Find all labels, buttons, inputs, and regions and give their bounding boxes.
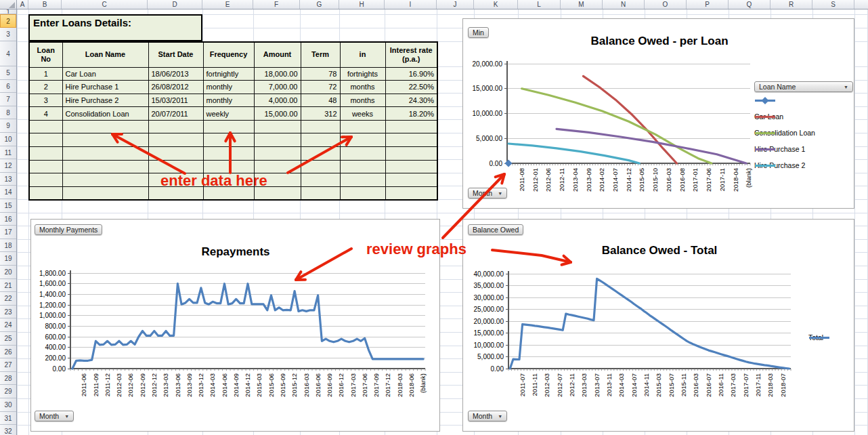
column-header-G[interactable]: G: [300, 0, 339, 9]
column-header-C[interactable]: C: [62, 0, 148, 9]
table-cell-empty[interactable]: [340, 173, 385, 187]
table-cell[interactable]: 78: [301, 67, 340, 81]
table-cell-empty[interactable]: [340, 133, 385, 147]
column-header-A[interactable]: A: [17, 0, 28, 9]
row-header-19[interactable]: 19: [0, 252, 16, 266]
table-cell[interactable]: 4: [29, 107, 62, 121]
row-header-7[interactable]: 7: [0, 93, 16, 106]
table-cell-empty[interactable]: [385, 173, 437, 187]
table-header-loan-name[interactable]: Loan Name: [62, 42, 148, 67]
table-cell[interactable]: weekly: [203, 107, 254, 121]
table-cell-empty[interactable]: [203, 120, 254, 133]
legend-item-consolidation-loan[interactable]: Consolidation Loan: [754, 129, 815, 137]
table-cell[interactable]: 15/03/2011: [148, 94, 203, 107]
table-cell-empty[interactable]: [385, 120, 437, 133]
row-header-4[interactable]: 4: [0, 41, 16, 66]
column-header-H[interactable]: H: [339, 0, 385, 9]
column-header-S[interactable]: S: [812, 0, 854, 9]
table-cell-empty[interactable]: [29, 133, 62, 147]
table-cell-empty[interactable]: [385, 160, 437, 173]
pivot-field-button-month[interactable]: Month▼: [35, 411, 74, 421]
table-cell-empty[interactable]: [62, 120, 148, 133]
table-cell-empty[interactable]: [62, 173, 148, 187]
pivot-field-button-loan-name[interactable]: Loan Name▼: [754, 81, 853, 92]
pivot-field-button-month[interactable]: Month▼: [468, 188, 507, 199]
row-header-9[interactable]: 9: [0, 119, 16, 133]
table-cell-empty[interactable]: [254, 120, 301, 133]
row-header-2[interactable]: 2: [0, 14, 16, 28]
row-header-27[interactable]: 27: [0, 358, 16, 372]
row-header-10[interactable]: 10: [0, 133, 16, 146]
column-header-I[interactable]: I: [385, 0, 437, 9]
row-header-11[interactable]: 11: [0, 146, 16, 160]
table-cell[interactable]: 16.90%: [385, 67, 437, 81]
column-header-O[interactable]: O: [645, 0, 687, 9]
table-cell-empty[interactable]: [254, 133, 301, 147]
row-header-12[interactable]: 12: [0, 159, 16, 173]
column-header-R[interactable]: R: [771, 0, 812, 9]
table-cell[interactable]: 20/07/2011: [148, 107, 203, 121]
row-header-20[interactable]: 20: [0, 266, 16, 279]
row-header-32[interactable]: 32: [0, 425, 16, 435]
table-cell-empty[interactable]: [62, 160, 148, 173]
row-header-26[interactable]: 26: [0, 346, 16, 359]
row-header-29[interactable]: 29: [0, 385, 16, 398]
table-cell[interactable]: Hire Purchase 1: [62, 81, 148, 94]
table-cell-empty[interactable]: [203, 147, 254, 161]
table-cell[interactable]: 18.20%: [385, 107, 437, 121]
row-header-28[interactable]: 28: [0, 372, 16, 386]
column-header-L[interactable]: L: [518, 0, 561, 9]
legend-item-hire-purchase-2[interactable]: Hire Purchase 2: [754, 161, 805, 169]
row-header-21[interactable]: 21: [0, 279, 16, 293]
column-header-Q[interactable]: Q: [729, 0, 771, 9]
row-header-17[interactable]: 17: [0, 226, 16, 239]
legend-item-car-loan[interactable]: Car Loan: [754, 112, 783, 121]
table-header-amount[interactable]: Amount: [254, 42, 301, 67]
table-cell-empty[interactable]: [301, 173, 340, 187]
table-cell-empty[interactable]: [301, 120, 340, 133]
table-cell-empty[interactable]: [148, 173, 203, 187]
table-header-term[interactable]: Term: [301, 42, 340, 67]
row-header-22[interactable]: 22: [0, 292, 16, 306]
table-cell[interactable]: Consolidation Loan: [62, 107, 148, 121]
table-cell[interactable]: 4,000.00: [254, 94, 301, 107]
table-cell-empty[interactable]: [148, 186, 203, 200]
table-cell-empty[interactable]: [301, 160, 340, 173]
row-header-3[interactable]: 3: [0, 28, 16, 41]
table-header-interest-rate-p-a-[interactable]: Interest rate (p.a.): [385, 42, 437, 67]
row-header-6[interactable]: 6: [0, 80, 16, 94]
table-header-frequency[interactable]: Frequency: [203, 42, 254, 67]
table-cell-empty[interactable]: [29, 160, 62, 173]
table-cell-empty[interactable]: [203, 133, 254, 147]
column-header-F[interactable]: F: [253, 0, 300, 9]
column-header-D[interactable]: D: [148, 0, 202, 9]
table-cell-empty[interactable]: [385, 147, 437, 161]
table-cell-empty[interactable]: [203, 186, 254, 200]
table-cell[interactable]: 3: [29, 94, 62, 107]
table-cell-empty[interactable]: [385, 133, 437, 147]
table-cell[interactable]: weeks: [340, 107, 385, 121]
table-cell[interactable]: 312: [301, 107, 340, 121]
row-header-15[interactable]: 15: [0, 199, 16, 213]
row-header-13[interactable]: 13: [0, 173, 16, 186]
table-cell-empty[interactable]: [301, 186, 340, 200]
table-cell-empty[interactable]: [148, 160, 203, 173]
row-header-24[interactable]: 24: [0, 318, 16, 332]
table-cell-empty[interactable]: [254, 173, 301, 187]
row-header-16[interactable]: 16: [0, 213, 16, 226]
table-cell-empty[interactable]: [203, 173, 254, 187]
table-cell[interactable]: monthly: [203, 94, 254, 107]
column-header-J[interactable]: J: [437, 0, 474, 9]
table-cell-empty[interactable]: [62, 147, 148, 161]
row-header-5[interactable]: 5: [0, 66, 16, 80]
table-cell-empty[interactable]: [340, 160, 385, 173]
table-cell[interactable]: months: [340, 94, 385, 107]
table-cell-empty[interactable]: [254, 186, 301, 200]
row-header-30[interactable]: 30: [0, 398, 16, 412]
loan-table-title-cell[interactable]: Enter Loans Details:: [28, 14, 202, 41]
table-cell[interactable]: 72: [301, 81, 340, 94]
column-header-B[interactable]: B: [28, 0, 62, 9]
table-cell-empty[interactable]: [301, 133, 340, 147]
column-header-M[interactable]: M: [561, 0, 603, 9]
table-cell-empty[interactable]: [29, 186, 62, 200]
